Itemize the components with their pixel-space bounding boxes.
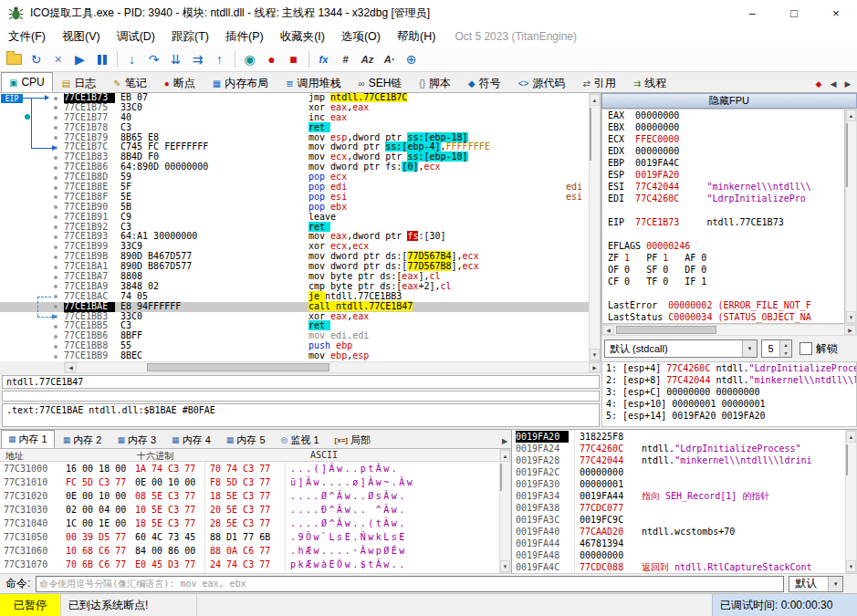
execute-till-return-icon[interactable]: ↑ xyxy=(209,49,230,69)
menu-item[interactable]: 收藏夹(I) xyxy=(272,26,333,47)
memory-row[interactable]: 77C3106010 68 C6 7784 00 86 0088 0A C6 7… xyxy=(0,544,498,558)
breakpoint-dot[interactable] xyxy=(54,195,57,199)
breakpoint-dot[interactable] xyxy=(54,235,57,239)
menu-item[interactable]: 帮助(H) xyxy=(389,26,444,47)
command-scope-select[interactable]: 默认 ▼ xyxy=(789,576,843,592)
breakpoint-dot[interactable] xyxy=(54,126,57,130)
breakpoint-dot[interactable] xyxy=(54,266,57,269)
memory-row[interactable]: 77C3107070 6B C6 77E0 45 D3 7724 74 C3 7… xyxy=(0,558,498,571)
stack-row[interactable]: 0019FA20318225F8 xyxy=(512,431,845,443)
register-row[interactable]: EBX 00000000 xyxy=(602,121,844,133)
register-row[interactable]: EFLAGS 00000246 xyxy=(602,240,844,252)
memory-row[interactable]: 77C310200E 00 10 0008 5E C3 7718 5E C3 7… xyxy=(0,489,498,503)
register-row[interactable]: OF 0 SF 0 DF 0 xyxy=(602,264,844,276)
chevron-down-icon[interactable]: ▼ xyxy=(828,577,842,591)
stack-row[interactable]: 0019FA4C77CDC088返回到 ntdll.RtlCaptureStac… xyxy=(512,561,845,573)
spinner-arrows[interactable]: ▲▼ xyxy=(779,340,791,357)
register-row[interactable]: LastStatus C0000034 (STATUS_OBJECT_NA xyxy=(602,311,844,323)
registers-vertical-scrollbar[interactable]: ▲ ▼ xyxy=(845,109,857,324)
register-row[interactable]: ESP 0019FA20 xyxy=(602,169,844,181)
breakpoint-dot[interactable] xyxy=(54,176,57,180)
tab-seh-chain[interactable]: ∞SEH链 xyxy=(350,74,411,92)
menu-item[interactable]: 选项(O) xyxy=(333,26,389,47)
tab-memory-map[interactable]: ▦内存布局 xyxy=(204,74,277,92)
breakpoint-dot[interactable] xyxy=(54,335,57,339)
open-file-icon[interactable] xyxy=(4,49,25,69)
tab-call-stack[interactable]: ≣调用堆栈 xyxy=(277,74,349,92)
breakpoint-dot[interactable] xyxy=(54,345,57,349)
dump-tab-overflow-icon[interactable]: ▶ xyxy=(498,433,511,448)
tab-notes[interactable]: ✎笔记 xyxy=(105,74,154,92)
scroll-down-icon[interactable]: ▼ xyxy=(500,560,510,572)
tab-cpu[interactable]: ▣CPU xyxy=(1,72,53,92)
memory-row[interactable]: 77C310401C 00 1E 0018 5E C3 7728 5E C3 7… xyxy=(0,517,498,530)
step-into-icon[interactable]: ↓ xyxy=(121,49,142,69)
spin-up-icon[interactable]: ▲ xyxy=(780,340,791,349)
breakpoint-dot[interactable] xyxy=(54,245,57,249)
register-row[interactable]: CF 0 TF 0 IF 1 xyxy=(602,276,844,287)
breakpoint-dot[interactable] xyxy=(54,225,57,229)
globe-icon[interactable]: ⊕ xyxy=(401,49,422,69)
register-row[interactable] xyxy=(602,228,844,240)
memory-row[interactable]: 77C3100016 00 18 001A 74 C3 7770 74 C3 7… xyxy=(0,462,498,475)
scroll-thumb[interactable] xyxy=(500,464,502,491)
unlock-checkbox[interactable]: 解锁 xyxy=(800,341,838,357)
breakpoint-dot[interactable] xyxy=(54,276,57,279)
breakpoint-dot[interactable] xyxy=(54,325,57,329)
dump-tab-memory-2[interactable]: ▦内存 2 xyxy=(56,432,110,448)
register-row[interactable]: EDX 00000000 xyxy=(602,145,844,157)
scroll-up-icon[interactable]: ▲ xyxy=(500,450,510,462)
scroll-thumb[interactable] xyxy=(846,123,848,187)
patch-icon[interactable]: # xyxy=(335,49,356,69)
stack-row[interactable]: 0019FA4446781394 xyxy=(512,538,845,549)
restart-icon[interactable]: ↻ xyxy=(26,49,47,69)
disasm-vertical-scrollbar[interactable]: ▲ ▼ xyxy=(589,93,601,361)
font-icon[interactable]: A· xyxy=(379,49,400,69)
stack-row[interactable]: 0019FA2477C4260Cntdll."LdrpInitializePro… xyxy=(512,443,845,454)
disasm-horizontal-scrollbar[interactable]: ◀ ▶ xyxy=(64,361,601,373)
disasm-row[interactable]: 77CE1B91C9leave xyxy=(0,213,590,223)
breakpoint-dot[interactable] xyxy=(54,305,57,308)
scroll-right-icon[interactable]: ▶ xyxy=(589,362,601,372)
disasm-row[interactable]: 77CE1B78C3ret xyxy=(0,123,590,133)
scroll-up-icon[interactable]: ▲ xyxy=(846,431,856,443)
dump-tab-memory-5[interactable]: ▦内存 5 xyxy=(219,432,273,448)
calling-convention-select[interactable]: 默认 (stdcall) ▼ xyxy=(604,339,758,358)
stack-row[interactable]: 0019FA2C00000000 xyxy=(512,466,845,478)
scroll-down-icon[interactable]: ▼ xyxy=(846,311,856,323)
register-row[interactable]: EIP 77CE1B73 ntdll.77CE1B73 xyxy=(602,216,844,228)
breakpoint-dot[interactable] xyxy=(54,136,57,140)
scroll-right-icon[interactable]: ▶ xyxy=(844,325,856,335)
chevron-down-icon[interactable]: ▼ xyxy=(742,340,757,357)
step-over-icon[interactable]: ↷ xyxy=(143,49,164,69)
register-row[interactable] xyxy=(602,204,844,216)
register-row[interactable] xyxy=(602,287,844,299)
run-icon[interactable]: ▶ xyxy=(69,49,90,69)
memory-row[interactable]: 77C3103002 00 04 0010 5E C3 7720 5E C3 7… xyxy=(0,503,498,517)
tab-symbols[interactable]: ◆符号 xyxy=(460,74,509,92)
find-strings-icon[interactable]: Az xyxy=(357,49,378,69)
tab-extra-icon[interactable]: ◆ xyxy=(811,76,826,92)
register-row[interactable]: LastError 00000002 (ERROR_FILE_NOT_F xyxy=(602,299,844,311)
tab-threads[interactable]: ⇉线程 xyxy=(625,74,674,92)
breakpoint-dot[interactable] xyxy=(54,215,57,219)
scroll-thumb[interactable] xyxy=(846,444,848,475)
register-row[interactable]: EAX 00000000 xyxy=(602,110,844,121)
stack-panel[interactable]: 0019FA20318225F80019FA2477C4260Cntdll."L… xyxy=(511,429,857,573)
minimize-button[interactable]: – xyxy=(731,0,773,26)
pause-icon[interactable] xyxy=(91,49,112,69)
trace-over-icon[interactable]: ⇉ xyxy=(187,49,208,69)
menu-item[interactable]: 文件(F) xyxy=(0,26,54,47)
memory-dump-rows[interactable]: 77C3100016 00 18 001A 74 C3 7770 74 C3 7… xyxy=(0,462,498,573)
stack-row[interactable]: 0019FA4800000000 xyxy=(512,549,845,561)
breakpoint-dot[interactable] xyxy=(54,156,57,160)
dump-tab-watch-1[interactable]: ◎监视 1 xyxy=(274,432,327,448)
breakpoint-dot[interactable] xyxy=(54,166,57,170)
breakpoint-dot[interactable] xyxy=(54,116,57,120)
dump-tab-memory-3[interactable]: ▦内存 3 xyxy=(110,432,163,448)
dump-vertical-scrollbar[interactable]: ▲ ▼ xyxy=(499,449,511,573)
scroll-thumb[interactable] xyxy=(616,326,716,334)
command-input[interactable] xyxy=(36,576,784,592)
breakpoint-dot[interactable] xyxy=(54,285,57,288)
breakpoint-dot[interactable] xyxy=(54,106,57,110)
